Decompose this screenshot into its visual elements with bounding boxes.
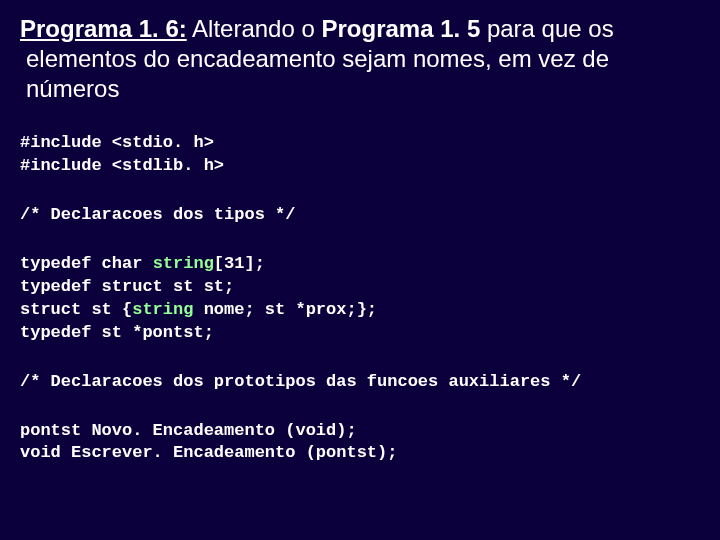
title-body-emph: Programa 1. 5	[322, 15, 481, 42]
code-keyword: string	[132, 300, 193, 319]
code-line: #include <stdio. h>	[20, 133, 214, 152]
code-comment: /* Declaracoes dos prototipos das funcoe…	[20, 372, 581, 391]
title-label: Programa 1. 6:	[20, 15, 187, 42]
slide: Programa 1. 6: Alterando o Programa 1. 5…	[0, 0, 720, 540]
code-line: typedef st *pontst;	[20, 323, 214, 342]
code-comment: /* Declaracoes dos tipos */	[20, 205, 295, 224]
slide-title: Programa 1. 6: Alterando o Programa 1. 5…	[20, 14, 700, 104]
code-protos: pontst Novo. Encadeamento (void); void E…	[20, 420, 700, 466]
code-typedefs: typedef char string[31]; typedef struct …	[20, 253, 700, 345]
code-line: struct st {string nome; st *prox;};	[20, 300, 377, 319]
code-comment-types: /* Declaracoes dos tipos */	[20, 204, 700, 227]
code-line: void Escrever. Encadeamento (pontst);	[20, 443, 397, 462]
code-line: #include <stdlib. h>	[20, 156, 224, 175]
code-text: [31];	[214, 254, 265, 273]
code-line: pontst Novo. Encadeamento (void);	[20, 421, 357, 440]
code-text: nome; st *prox;};	[193, 300, 377, 319]
title-body-pre: Alterando o	[187, 15, 322, 42]
code-text: struct st {	[20, 300, 132, 319]
code-line: typedef struct st st;	[20, 277, 234, 296]
code-keyword: string	[153, 254, 214, 273]
code-line: typedef char string[31];	[20, 254, 265, 273]
code-includes: #include <stdio. h> #include <stdlib. h>	[20, 132, 700, 178]
code-comment-protos: /* Declaracoes dos prototipos das funcoe…	[20, 371, 700, 394]
code-text: typedef char	[20, 254, 153, 273]
